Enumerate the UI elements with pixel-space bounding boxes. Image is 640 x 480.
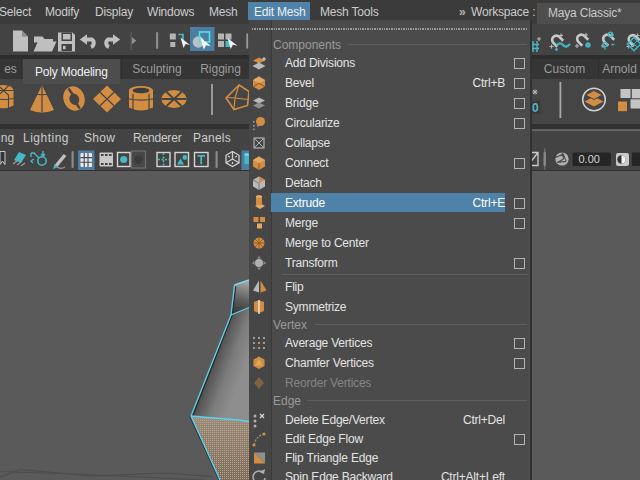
svg-text:0.00: 0.00 bbox=[579, 153, 600, 165]
svg-text:0: 0 bbox=[532, 101, 539, 115]
